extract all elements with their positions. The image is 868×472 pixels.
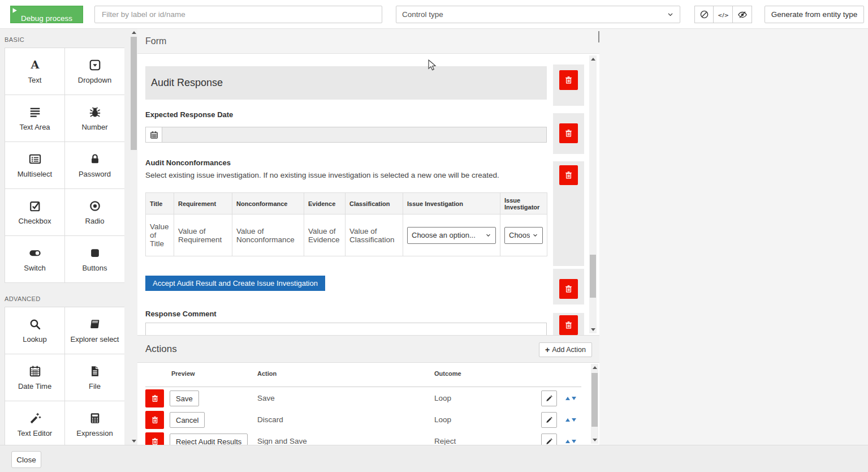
disable-controls-button[interactable] <box>694 6 714 23</box>
actions-list: Preview Action Outcome Save Save Loop Ca… <box>137 363 599 445</box>
control-tile-buttons[interactable]: Buttons <box>65 236 124 282</box>
scrollbar-thumb[interactable] <box>590 255 596 298</box>
response-comment-input[interactable] <box>145 323 547 335</box>
date-picker-addon[interactable] <box>145 127 162 143</box>
tile-label: Buttons <box>82 264 107 272</box>
debug-process-button[interactable]: Debug process <box>10 6 83 23</box>
control-tile-number[interactable]: Number <box>65 95 124 141</box>
chevron-down-icon <box>485 232 491 238</box>
actions-col-action: Action <box>257 370 277 377</box>
delete-audit-response-button[interactable] <box>559 70 578 90</box>
delete-response-comment-button[interactable] <box>559 315 578 335</box>
select-value: Choose an option... <box>412 231 483 239</box>
delete-action-button[interactable] <box>145 432 164 445</box>
move-up-icon[interactable] <box>565 397 570 400</box>
scroll-up-arrow[interactable] <box>589 55 597 63</box>
edit-action-button[interactable] <box>541 391 557 406</box>
control-tile-explorer-select[interactable]: Explorer select <box>65 307 124 354</box>
action-preview-button[interactable]: Save <box>170 391 199 406</box>
code-view-button[interactable] <box>714 6 733 23</box>
reorder-controls <box>565 440 576 443</box>
close-button[interactable]: Close <box>11 451 41 468</box>
table-header-row: Title Requirement Nonconformance Evidenc… <box>146 193 547 214</box>
top-toolbar: Debug process Control type Generate from… <box>0 0 868 29</box>
control-tile-lookup[interactable]: Lookup <box>5 307 64 354</box>
select-value: Choose an option... <box>509 231 530 239</box>
move-down-icon[interactable] <box>572 397 576 400</box>
generate-from-entity-type-button[interactable]: Generate from entity type <box>765 6 864 23</box>
scroll-down-arrow[interactable] <box>591 436 598 444</box>
pencil-icon <box>545 394 553 402</box>
control-tile-dropdown[interactable]: Dropdown <box>65 48 124 95</box>
action-preview-button[interactable]: Reject Audit Results <box>170 434 248 445</box>
scroll-down-arrow[interactable] <box>130 437 137 445</box>
cell-nonconformance: Value of Nonconformance <box>232 214 304 256</box>
delete-action-button[interactable] <box>145 389 164 407</box>
tile-label: Checkbox <box>19 217 51 225</box>
issue-investigation-select[interactable]: Choose an option... <box>407 227 496 244</box>
scroll-up-arrow[interactable] <box>130 29 137 36</box>
scroll-down-arrow[interactable] <box>589 326 597 333</box>
control-tile-multiselect[interactable]: Multiselect <box>5 142 64 188</box>
add-action-button[interactable]: + Add Action <box>539 342 592 357</box>
expected-response-date-input[interactable] <box>162 127 547 143</box>
action-row-save: Save Save Loop <box>137 388 599 409</box>
control-tile-date-time[interactable]: Date Time <box>5 354 64 401</box>
search-icon <box>29 318 41 331</box>
control-tile-text-editor[interactable]: Text Editor <box>5 401 64 445</box>
play-icon <box>11 7 18 14</box>
hide-controls-button[interactable] <box>733 6 752 23</box>
action-name: Save <box>257 388 275 409</box>
delete-action-button[interactable] <box>145 411 164 429</box>
control-tile-text[interactable]: Text <box>5 48 64 95</box>
delete-expected-response-date-button[interactable] <box>559 123 578 143</box>
control-type-select[interactable]: Control type <box>396 6 680 23</box>
control-tile-text-area[interactable]: Text Area <box>5 95 64 141</box>
action-name: Sign and Save <box>257 431 307 445</box>
tile-label: Multiselect <box>18 170 52 178</box>
edit-action-button[interactable] <box>541 412 557 428</box>
action-preview-button[interactable]: Cancel <box>170 412 205 428</box>
move-up-icon[interactable] <box>565 418 570 422</box>
form-canvas-scrollbar[interactable] <box>589 55 597 333</box>
cell-issue-investigator: Choose an option... <box>500 214 547 256</box>
audit-nonconformances-description: Select existing issue investigation. If … <box>145 171 499 179</box>
control-tile-checkbox[interactable]: Checkbox <box>5 189 64 235</box>
action-row-cancel: Cancel Discard Loop <box>137 409 599 431</box>
control-tile-radio[interactable]: Radio <box>65 189 124 235</box>
accept-audit-result-button[interactable]: Accept Audit Result and Create Issue Inv… <box>145 276 325 291</box>
move-up-icon[interactable] <box>565 440 570 443</box>
control-tile-expression[interactable]: Expression <box>65 401 124 445</box>
expected-response-date-field <box>145 127 547 143</box>
panel-resize-handle[interactable] <box>598 31 599 42</box>
col-header-title: Title <box>146 193 174 214</box>
move-down-icon[interactable] <box>572 440 576 443</box>
sidebar-scrollbar[interactable] <box>130 29 137 445</box>
delete-audit-nonconformances-button[interactable] <box>559 165 578 185</box>
form-title: Form <box>137 29 599 54</box>
filter-input[interactable] <box>94 6 382 23</box>
col-header-requirement: Requirement <box>174 193 232 214</box>
scroll-up-arrow[interactable] <box>591 364 598 371</box>
reorder-controls <box>565 397 576 400</box>
control-tile-password[interactable]: Password <box>65 142 124 188</box>
scrollbar-thumb[interactable] <box>591 373 598 427</box>
actions-col-preview: Preview <box>171 370 195 377</box>
section-header-audit-response[interactable]: Audit Response <box>145 66 547 100</box>
trash-icon <box>150 415 159 424</box>
checkbox-icon <box>29 200 41 212</box>
scrollbar-thumb[interactable] <box>131 37 137 150</box>
move-down-icon[interactable] <box>572 418 576 422</box>
edit-action-button[interactable] <box>541 434 557 445</box>
delete-accept-button-button[interactable] <box>559 279 578 299</box>
action-outcome: Loop <box>434 409 451 431</box>
lock-icon <box>89 153 101 165</box>
chevron-down-icon <box>667 11 674 18</box>
cell-requirement: Value of Requirement <box>174 214 232 256</box>
tile-label: Explorer select <box>71 335 119 344</box>
issue-investigator-select[interactable]: Choose an option... <box>504 227 543 244</box>
control-tile-file[interactable]: File <box>65 354 124 401</box>
action-name: Discard <box>257 409 283 431</box>
actions-list-scrollbar[interactable] <box>591 364 598 444</box>
control-tile-switch[interactable]: Switch <box>5 236 64 282</box>
